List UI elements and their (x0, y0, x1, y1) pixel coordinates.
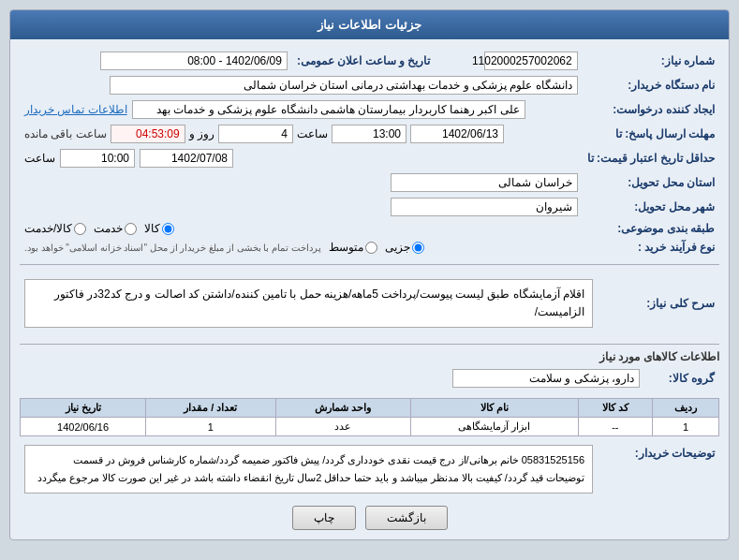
row-noe-farand: نوع فرآیند خرید : پرداخت تمام با بخشی از… (20, 238, 719, 257)
info-table: شماره نیاز: 1102000257002062 تاریخ و ساع… (20, 49, 719, 257)
radio-khedmat-item: خدمت (94, 222, 137, 235)
mohlat-remaining-label: ساعت باقی مانده (24, 127, 107, 140)
main-container: جزئیات اطلاعات نیاز شماره نیاز: 11020002… (9, 9, 730, 540)
divider-2 (20, 344, 719, 345)
shahr-input: شیروان (391, 198, 578, 216)
namdastgah-label: نام دستگاه خریدار: (583, 73, 719, 97)
serh-table: سرح کلی نیاز: اقلام آزمایشگاه طبق لیست پ… (20, 271, 719, 336)
radio-jaezi[interactable] (412, 242, 424, 254)
radio-motaset[interactable] (365, 242, 377, 254)
hadaqal-time: 10:00 (60, 149, 135, 168)
ostan-input: خراسان شمالی (391, 173, 578, 192)
radio-kala-label: کالا (144, 222, 160, 235)
ijad-input: علی اکبر رهنما کاربردار بیمارستان هاشمی … (132, 100, 525, 119)
shahr-value: شیروان (20, 195, 583, 219)
ijad-value: اطلاعات تماس خریدار علی اکبر رهنما کاربر… (20, 97, 583, 122)
noe-farand-value: پرداخت تمام با بخشی از مبلغ خریدار از مح… (20, 238, 583, 257)
row-namdastgah: نام دستگاه خریدار: دانشگاه علوم پزشکی و … (20, 73, 719, 97)
row-tabaqe: طبقه بندی موضوعی: کالا/خدمت خدمت کالا (20, 219, 719, 238)
tozi-value: 05831525156 خانم برهانی/از درج قیمت نقدی… (20, 442, 598, 495)
radio-motaset-item: متوسط (329, 241, 377, 254)
products-table-body: 1 -- ابزار آزمایشگاهی عدد 1 1402/06/16 (21, 418, 719, 436)
radio-kala-khedmat[interactable] (74, 223, 86, 235)
cell-name: ابزار آزمایشگاهی (410, 418, 578, 436)
products-table: ردیف کد کالا نام کالا واحد شمارش تعداد /… (20, 398, 719, 436)
radio-kala-khedmat-item: کالا/خدمت (24, 222, 86, 235)
mohlat-days: 4 (218, 125, 293, 143)
bottom-buttons: بازگشت چاپ (20, 506, 719, 530)
row-mohlat: مهلت ارسال پاسخ: تا ساعت باقی مانده 04:5… (20, 122, 719, 146)
noe-farand-label: نوع فرآیند خرید : (583, 238, 719, 257)
tozi-label: توضیحات خریدار: (598, 442, 719, 495)
pam-text: پرداخت تمام با بخشی از مبلغ خریدار از مح… (24, 243, 321, 253)
mohlat-roz: روز و (189, 127, 214, 140)
print-button[interactable]: چاپ (292, 506, 356, 530)
divider-1 (20, 264, 719, 265)
shomare-niaz-value: 1102000257002062 (439, 49, 582, 73)
group-kala-label: گروه کالا: (644, 366, 719, 391)
mohlat-time: 13:00 (332, 125, 406, 143)
col-radif: ردیف (652, 399, 718, 418)
cell-count: 1 (146, 418, 275, 436)
ijad-label: ایجاد کننده درخواست: (583, 97, 719, 122)
tarikh-alam-value: 1402/06/09 - 08:00 (20, 49, 292, 73)
radio-kala-item: کالا (144, 222, 174, 235)
row-shahr: شهر محل تحویل: شیروان (20, 195, 719, 219)
group-kala-value: دارو، پزشکی و سلامت (20, 366, 644, 391)
page-header: جزئیات اطلاعات نیاز (10, 10, 729, 39)
serh-box: اقلام آزمایشگاه طبق لیست پیوست/پرداخت 5م… (24, 279, 593, 328)
tabaqe-value: کالا/خدمت خدمت کالا (20, 219, 583, 238)
tozi-table: توضیحات خریدار: 05831525156 خانم برهانی/… (20, 442, 719, 495)
goods-section-title: اطلاعات کالاهای مورد نیاز (20, 350, 719, 363)
table-row: 1 -- ابزار آزمایشگاهی عدد 1 1402/06/16 (21, 418, 719, 436)
namdastgah-input: دانشگاه علوم پزشکی و خدمات بهداشتی درمان… (110, 76, 578, 95)
products-table-head: ردیف کد کالا نام کالا واحد شمارش تعداد /… (21, 399, 719, 418)
radio-motaset-label: متوسط (329, 241, 363, 254)
shomare-niaz-label: شماره نیاز: (583, 49, 719, 73)
col-count: تعداد / مقدار (146, 399, 275, 418)
hadaqal-saat-label: ساعت (24, 152, 55, 165)
group-kala-table: گروه کالا: دارو، پزشکی و سلامت (20, 366, 719, 391)
mohlat-date: 1402/06/13 (410, 125, 504, 143)
mohlat-label: مهلت ارسال پاسخ: تا (583, 122, 719, 146)
col-name: نام کالا (410, 399, 578, 418)
serh-value: اقلام آزمایشگاه طبق لیست پیوست/پرداخت 5م… (20, 271, 598, 336)
namdastgah-value: دانشگاه علوم پزشکی و خدمات بهداشتی درمان… (20, 73, 583, 97)
contact-link[interactable]: اطلاعات تماس خریدار (24, 103, 127, 116)
col-date: تاریخ نیاز (21, 399, 146, 418)
col-kod: کد کالا (578, 399, 652, 418)
hadaqal-date: 1402/07/08 (140, 149, 233, 168)
group-kala-input: دارو، پزشکی و سلامت (452, 369, 640, 388)
mohlat-counter: 04:53:09 (111, 125, 185, 143)
row-group-kala: گروه کالا: دارو، پزشکی و سلامت (20, 366, 719, 391)
ostan-value: خراسان شمالی (20, 170, 583, 195)
serh-label: سرح کلی نیاز: (598, 271, 719, 336)
col-unit: واحد شمارش (275, 399, 410, 418)
content-area: شماره نیاز: 1102000257002062 تاریخ و ساع… (10, 39, 729, 539)
cell-kod: -- (578, 418, 652, 436)
page-title: جزئیات اطلاعات نیاز (318, 18, 421, 32)
cell-radif: 1 (652, 418, 718, 436)
row-tozi: توضیحات خریدار: 05831525156 خانم برهانی/… (20, 442, 719, 495)
tarikh-alam-label: تاریخ و ساعت اعلان عمومی: (292, 49, 439, 73)
shahr-label: شهر محل تحویل: (583, 195, 719, 219)
radio-jaezi-label: جزیی (385, 241, 410, 254)
products-header-row: ردیف کد کالا نام کالا واحد شمارش تعداد /… (21, 399, 719, 418)
radio-khedmat[interactable] (125, 223, 137, 235)
row-hadaqal: حداقل تاریخ اعتبار قیمت: تا ساعت 10:00 1… (20, 146, 719, 170)
mohlat-value: ساعت باقی مانده 04:53:09 روز و 4 ساعت 13… (20, 122, 583, 146)
row-ijad: ایجاد کننده درخواست: اطلاعات تماس خریدار… (20, 97, 719, 122)
cell-date: 1402/06/16 (21, 418, 146, 436)
tabaqe-label: طبقه بندی موضوعی: (583, 219, 719, 238)
hadaqal-value: ساعت 10:00 1402/07/08 (20, 146, 583, 170)
tozi-box: 05831525156 خانم برهانی/از درج قیمت نقدی… (24, 445, 593, 493)
ostan-label: استان محل تحویل: (583, 170, 719, 195)
row-shomare: شماره نیاز: 1102000257002062 تاریخ و ساع… (20, 49, 719, 73)
row-serh: سرح کلی نیاز: اقلام آزمایشگاه طبق لیست پ… (20, 271, 719, 336)
hadaqal-label: حداقل تاریخ اعتبار قیمت: تا (583, 146, 719, 170)
mohlat-saat-label: ساعت (297, 127, 328, 140)
row-ostan: استان محل تحویل: خراسان شمالی (20, 170, 719, 195)
back-button[interactable]: بازگشت (365, 506, 448, 530)
shomare-niaz-input: 1102000257002062 (484, 52, 578, 70)
radio-kala[interactable] (162, 223, 174, 235)
